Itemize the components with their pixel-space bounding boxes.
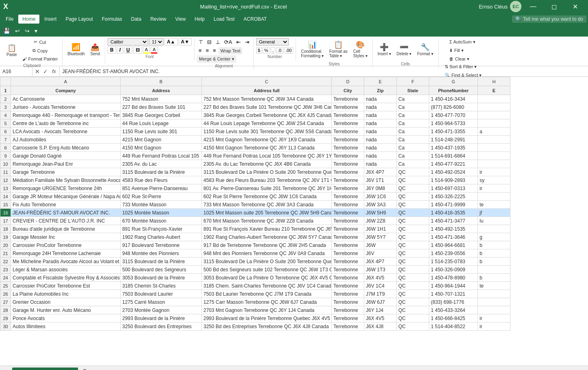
- cell-7-5[interactable]: nada: [364, 136, 397, 144]
- cell-2-8[interactable]: [478, 95, 510, 103]
- row-header-13[interactable]: 13: [0, 184, 11, 193]
- cell-27-7[interactable]: (833) 698-1776: [429, 298, 478, 306]
- cell-21-5[interactable]: J6V: [364, 249, 397, 257]
- cell-7-6[interactable]: Ca: [397, 136, 429, 144]
- cell-15-7[interactable]: 1 450-471-9999: [429, 201, 478, 209]
- cell-23-6[interactable]: QC: [397, 266, 429, 274]
- cell-29-2[interactable]: 2993 Boulevard de la Pinière: [121, 314, 202, 322]
- cell-19-6[interactable]: QC: [397, 233, 429, 241]
- cell-10-6[interactable]: Ca: [397, 160, 429, 168]
- cell-26-5[interactable]: J7M 1T9: [364, 290, 397, 298]
- cell-6-8[interactable]: a: [478, 128, 510, 136]
- cell-17-7[interactable]: 1 450-471-3477: [429, 217, 478, 225]
- currency-button[interactable]: $: [256, 47, 262, 54]
- cell-21-1[interactable]: Remorquage 24H Terrebonne Lachenaie: [11, 249, 121, 257]
- cell-19-2[interactable]: 1902 Rang Charles-Aubert: [121, 233, 202, 241]
- cell-11-1[interactable]: Garage Terrebonne: [11, 168, 121, 176]
- cell-2-2[interactable]: 752 Mnt Masson: [121, 95, 202, 103]
- cell-15-3[interactable]: 733 Mnt Masson Terrebonne QC J6W 3A3 Can…: [202, 201, 332, 209]
- cell-30-7[interactable]: 1 514-404-8522: [429, 322, 478, 331]
- cell-20-2[interactable]: 917 Boulevard Terrebonne: [121, 241, 202, 249]
- cell-13-5[interactable]: J6Y 0M8: [364, 184, 397, 193]
- number-format-select[interactable]: General: [256, 38, 289, 45]
- clear-button[interactable]: 🗑 Clear ▾: [447, 55, 471, 63]
- cell-3-6[interactable]: Ca: [397, 103, 429, 111]
- menu-load-test[interactable]: Load Test: [210, 15, 239, 24]
- row-header-9[interactable]: 9: [0, 152, 11, 160]
- cell-7-1[interactable]: AJ Automobiles: [11, 136, 121, 144]
- cell-29-1[interactable]: Ponce Avocats: [11, 314, 121, 322]
- cell-18-2[interactable]: 891 Rue St-François-Xavier: [121, 225, 202, 233]
- cell-11-4[interactable]: Terrebonne: [332, 168, 364, 176]
- menu-help[interactable]: Help: [190, 15, 209, 24]
- cell-4-8[interactable]: [478, 111, 510, 119]
- row-header-7[interactable]: 7: [0, 136, 11, 144]
- cell-16-7[interactable]: 1 450-416-3535: [429, 209, 478, 217]
- cell-9-7[interactable]: 1 514-691-6864: [429, 152, 478, 160]
- cell-10-3[interactable]: 2305 Av. du Lac Terrebonne QC J6X 4B6 Ca…: [202, 160, 332, 168]
- cell-12-1[interactable]: Médiation Familiale Me Sylvain Bissonnet…: [11, 176, 121, 184]
- cell-17-4[interactable]: Terrebonne: [332, 217, 364, 225]
- row-header-2[interactable]: 2: [0, 95, 11, 103]
- cell-14-1[interactable]: Garage JR Moteur Mécanique Générale / Na…: [11, 193, 121, 201]
- cell-2-1[interactable]: Ac Carrosserie: [11, 95, 121, 103]
- cell-26-8[interactable]: [478, 290, 510, 298]
- cell-5-5[interactable]: nada: [364, 119, 397, 128]
- row-header-25[interactable]: 25: [0, 282, 11, 290]
- indent-decrease-button[interactable]: ⇤: [235, 38, 242, 46]
- col-header-e[interactable]: E: [364, 77, 397, 86]
- row-header-21[interactable]: 21: [0, 249, 11, 257]
- cell-3-5[interactable]: nada: [364, 103, 397, 111]
- row-header-24[interactable]: 24: [0, 274, 11, 282]
- cell-27-3[interactable]: 1275 Carr Masson Terrebonne QC J6W 6J7 C…: [202, 298, 332, 306]
- increase-decimal-button[interactable]: .0: [276, 47, 283, 54]
- cell-28-3[interactable]: 2703 Mnt Gagnon Terrebonne QC J6Y 1J4 Ca…: [202, 306, 332, 314]
- cell-18-6[interactable]: QC: [397, 225, 429, 233]
- cell-19-1[interactable]: Garage Messier Inc: [11, 233, 121, 241]
- cell-10-4[interactable]: Terrebonne: [332, 160, 364, 168]
- col-header-h[interactable]: H: [478, 77, 510, 86]
- cell-14-4[interactable]: Terrebonne: [332, 193, 364, 201]
- cell-13-1[interactable]: Remorquage URGENCE Terrebonne 24h: [11, 184, 121, 193]
- align-bottom-button[interactable]: ⊥: [214, 38, 222, 46]
- cell-13-6[interactable]: QC: [397, 184, 429, 193]
- cell-26-3[interactable]: 7503 Bd Laurier Terrebonne QC J7M 1T9 Ca…: [202, 290, 332, 298]
- text-angle-button[interactable]: ⟳A: [223, 38, 234, 46]
- cell-3-4[interactable]: Terrebonne: [332, 103, 364, 111]
- cell-8-8[interactable]: [478, 144, 510, 152]
- cell-22-7[interactable]: 1 514-235-0783: [429, 257, 478, 266]
- cell-13-8[interactable]: ir: [478, 184, 510, 193]
- cell-18-7[interactable]: 1 450-492-1535: [429, 225, 478, 233]
- row-header-14[interactable]: 14: [0, 193, 11, 201]
- cell-24-4[interactable]: Terrebonne: [332, 274, 364, 282]
- cell-29-3[interactable]: 2993 Boulevard de la Pinière Terrebonne …: [202, 314, 332, 322]
- cell-23-5[interactable]: J6W 1T3: [364, 266, 397, 274]
- cell-12-8[interactable]: sy: [478, 176, 510, 184]
- row-header-10[interactable]: 10: [0, 160, 11, 168]
- cell-14-7[interactable]: 1 450-326-2225: [429, 193, 478, 201]
- row-header-30[interactable]: 30: [0, 322, 11, 331]
- cell-4-6[interactable]: Ca: [397, 111, 429, 119]
- fx-icon[interactable]: fx: [50, 68, 58, 74]
- cell-7-4[interactable]: Terrebonne: [332, 136, 364, 144]
- cell-16-1[interactable]: JEAN-FRÉDÉRIC ST-AMOUR AVOCAT INC.: [11, 209, 121, 217]
- cell-30-1[interactable]: Autos Illimitees: [11, 322, 121, 331]
- cell-13-7[interactable]: 1 450-697-0313: [429, 184, 478, 193]
- cell-2-3[interactable]: 752 Mnt Masson Terrebonne QC J6W 3A4 Can…: [202, 95, 332, 103]
- cell-16-6[interactable]: QC: [397, 209, 429, 217]
- save-button[interactable]: 💾: [2, 27, 12, 35]
- cell-9-3[interactable]: 449 Rue Fernand Poitras Local 105 Terreb…: [202, 152, 332, 160]
- cell-14-6[interactable]: QC: [397, 193, 429, 201]
- cell-5-6[interactable]: Ca: [397, 119, 429, 128]
- cell-17-8[interactable]: lu: [478, 217, 510, 225]
- cell-14-2[interactable]: 602 Rue St-Pierre: [121, 193, 202, 201]
- col-header-f[interactable]: F: [397, 77, 429, 86]
- row-header-23[interactable]: 23: [0, 266, 11, 274]
- cell-25-2[interactable]: 3185 Chemin St-Charles: [121, 282, 202, 290]
- cell-10-1[interactable]: Remorquage Jean-Paul Enr: [11, 160, 121, 168]
- cell-4-3[interactable]: 3845 Rue Georges Corbeil Terrebonne QC J…: [202, 111, 332, 119]
- cancel-formula-icon[interactable]: ✕: [34, 68, 41, 75]
- italic-button[interactable]: I: [117, 46, 123, 54]
- row-header-29[interactable]: 29: [0, 314, 11, 322]
- cell-20-5[interactable]: J6W: [364, 241, 397, 249]
